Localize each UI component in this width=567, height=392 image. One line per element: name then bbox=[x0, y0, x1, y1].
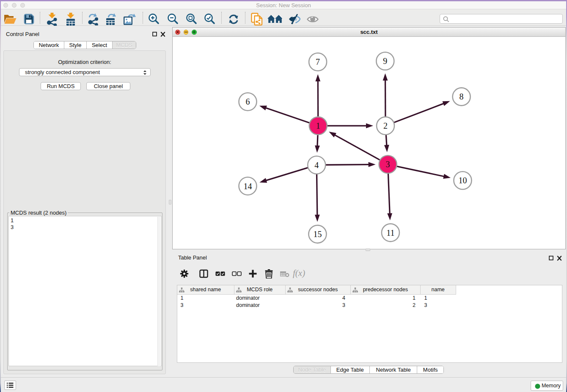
svg-text:4: 4 bbox=[314, 160, 319, 170]
svg-text:14: 14 bbox=[244, 182, 252, 191]
svg-text:11: 11 bbox=[386, 228, 394, 237]
svg-text:10: 10 bbox=[458, 176, 467, 185]
svg-text:15: 15 bbox=[313, 229, 322, 239]
svg-text:2: 2 bbox=[383, 121, 388, 130]
svg-text:1: 1 bbox=[316, 121, 320, 130]
svg-text:6: 6 bbox=[246, 97, 250, 106]
svg-text:9: 9 bbox=[383, 56, 387, 66]
svg-text:3: 3 bbox=[386, 160, 390, 169]
svg-text:8: 8 bbox=[460, 92, 464, 101]
svg-text:7: 7 bbox=[316, 57, 320, 66]
